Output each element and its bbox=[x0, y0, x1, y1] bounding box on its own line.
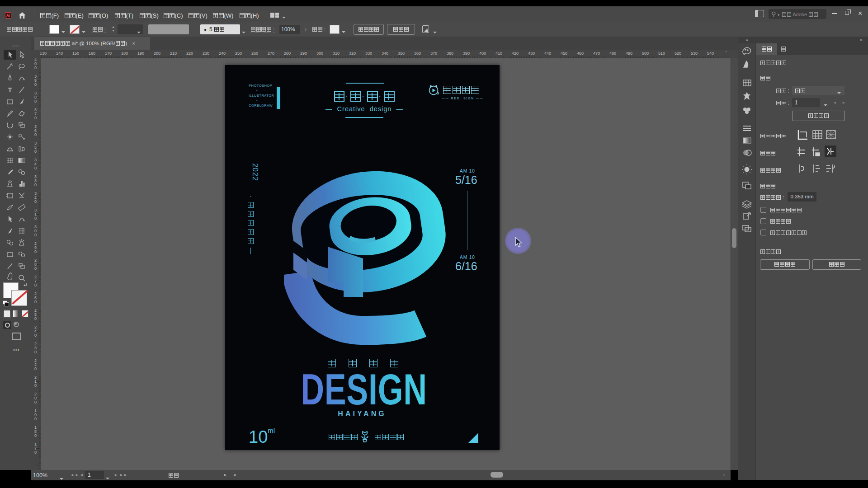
svg-text:T: T bbox=[8, 86, 12, 94]
